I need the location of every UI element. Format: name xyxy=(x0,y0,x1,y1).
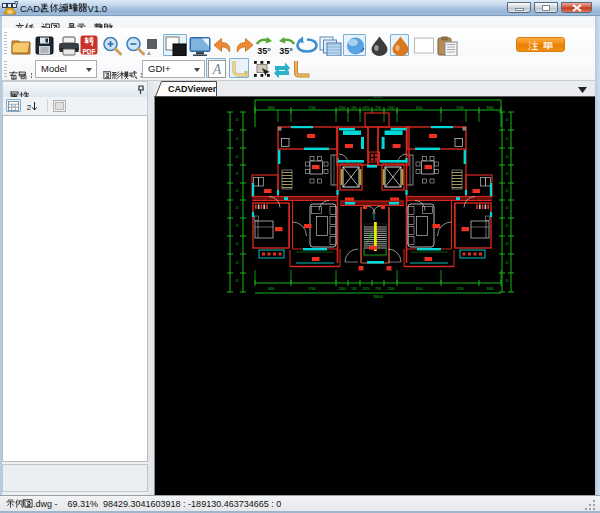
svg-text:3400: 3400 xyxy=(267,106,274,110)
svg-text:45: 45 xyxy=(236,206,239,210)
svg-text:45: 45 xyxy=(506,137,509,141)
svg-text:45: 45 xyxy=(236,224,239,228)
svg-text:45: 45 xyxy=(236,189,239,193)
svg-text:2: 2 xyxy=(27,103,32,112)
svg-text:1010: 1010 xyxy=(415,287,422,291)
svg-text:5740: 5740 xyxy=(456,287,463,291)
svg-text:1010: 1010 xyxy=(415,106,422,110)
svg-text:2470: 2470 xyxy=(362,106,369,110)
svg-text:45: 45 xyxy=(236,155,239,159)
svg-text:35°: 35° xyxy=(257,46,271,56)
svg-text:45: 45 xyxy=(236,118,239,122)
svg-text:45: 45 xyxy=(236,172,239,176)
svg-text:2200: 2200 xyxy=(338,106,345,110)
svg-text:2470: 2470 xyxy=(362,287,369,291)
svg-text:5740: 5740 xyxy=(308,106,315,110)
svg-text:130: 130 xyxy=(351,287,357,291)
svg-text:45: 45 xyxy=(506,242,509,246)
svg-text:5740: 5740 xyxy=(308,287,315,291)
svg-text:45: 45 xyxy=(506,261,509,265)
svg-text:PDF: PDF xyxy=(83,48,96,55)
svg-text:35°: 35° xyxy=(279,46,293,56)
svg-text:45: 45 xyxy=(506,189,509,193)
svg-text:45: 45 xyxy=(506,279,509,283)
svg-text:28600: 28600 xyxy=(373,97,383,99)
svg-text:45: 45 xyxy=(506,224,509,228)
svg-text:3400: 3400 xyxy=(486,106,493,110)
svg-text:45: 45 xyxy=(506,206,509,210)
svg-text:28600: 28600 xyxy=(373,295,383,299)
svg-text:A: A xyxy=(212,62,222,77)
svg-text:45: 45 xyxy=(236,261,239,265)
svg-text:5740: 5740 xyxy=(456,106,463,110)
svg-text:45: 45 xyxy=(506,155,509,159)
svg-text:130: 130 xyxy=(351,106,357,110)
svg-text:45: 45 xyxy=(236,242,239,246)
svg-text:2200: 2200 xyxy=(387,106,394,110)
svg-text:45: 45 xyxy=(506,118,509,122)
svg-text:2200: 2200 xyxy=(338,287,345,291)
svg-text:45: 45 xyxy=(236,137,239,141)
svg-text:2200: 2200 xyxy=(387,287,394,291)
svg-text:718: 718 xyxy=(375,287,381,291)
svg-text:3400: 3400 xyxy=(267,287,274,291)
svg-text:718: 718 xyxy=(375,106,381,110)
svg-text:3400: 3400 xyxy=(486,287,493,291)
svg-text:45: 45 xyxy=(506,172,509,176)
svg-text:45: 45 xyxy=(236,279,239,283)
